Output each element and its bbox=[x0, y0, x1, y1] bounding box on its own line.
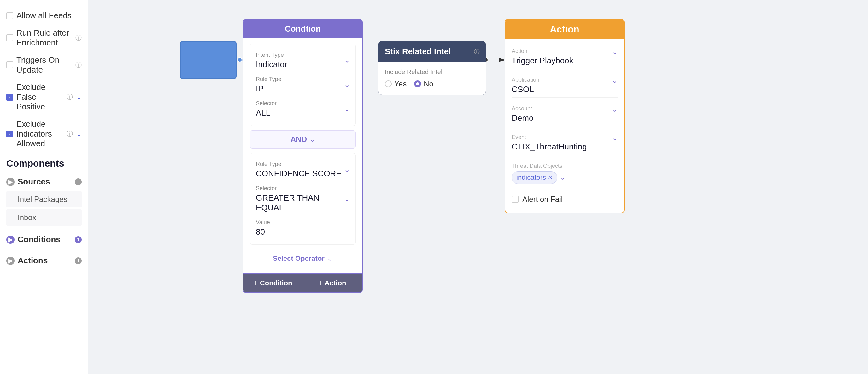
add-condition-button[interactable]: + Condition bbox=[244, 274, 303, 292]
rule-type-chevron[interactable]: ⌄ bbox=[344, 81, 350, 89]
trigger-node[interactable] bbox=[180, 41, 237, 79]
action-application-value: CSOL bbox=[512, 85, 612, 94]
sources-group-header[interactable]: ▶ Sources bbox=[6, 174, 82, 190]
condition-node: Condtion Intent Type Indicator ⌄ Rule Ty… bbox=[243, 19, 363, 293]
sources-badge bbox=[75, 179, 82, 185]
radio-yes[interactable]: Yes bbox=[385, 80, 407, 88]
checkbox-allow-all-feeds[interactable] bbox=[6, 12, 13, 19]
rule-type-2-label: Rule Type bbox=[256, 161, 342, 167]
chevron-exclude-indicators-allowed[interactable]: ⌄ bbox=[76, 130, 82, 138]
stix-node: Stix Related Intel ⓘ Include Related Int… bbox=[378, 41, 486, 95]
selector-label: Selector bbox=[256, 100, 277, 107]
alert-on-fail-checkbox[interactable] bbox=[512, 196, 519, 203]
and-label: AND bbox=[290, 135, 307, 144]
selector-2-chevron[interactable]: ⌄ bbox=[344, 195, 350, 203]
rule-type-2-chevron[interactable]: ⌄ bbox=[344, 165, 350, 174]
stix-info-icon: ⓘ bbox=[474, 48, 479, 56]
condition-header: Condtion bbox=[244, 20, 362, 38]
intent-type-row: Intent Type Indicator ⌄ bbox=[256, 49, 350, 73]
actions-group-header[interactable]: ▶ Actions 1 bbox=[6, 253, 82, 269]
sidebar-triggers-on-update-label: Triggers On Update bbox=[17, 55, 72, 75]
inbox-item[interactable]: Inbox bbox=[6, 209, 82, 226]
rule-type-value: IP bbox=[256, 84, 281, 94]
and-operator[interactable]: AND ⌄ bbox=[250, 130, 356, 149]
action-threat-data-label: Threat Data Objects bbox=[512, 163, 618, 169]
action-application-chevron[interactable]: ⌄ bbox=[612, 76, 618, 85]
stix-header: Stix Related Intel ⓘ bbox=[378, 41, 486, 62]
chevron-exclude-false-positive[interactable]: ⌄ bbox=[76, 93, 82, 101]
sidebar-allow-all-feeds[interactable]: Allow all Feeds bbox=[6, 9, 82, 22]
action-action-chevron[interactable]: ⌄ bbox=[612, 48, 618, 56]
rule-type-2-value: CONFIDENCE SCORE bbox=[256, 169, 342, 179]
action-event-label: Event bbox=[512, 134, 612, 141]
conditions-group-header[interactable]: ▶ Conditions 1 bbox=[6, 231, 82, 248]
stix-body: Include Related Intel Yes No bbox=[378, 62, 486, 95]
value-value: 80 bbox=[256, 227, 270, 237]
and-chevron[interactable]: ⌄ bbox=[309, 135, 315, 144]
value-label: Value bbox=[256, 219, 270, 226]
condition-footer: + Condition + Action bbox=[244, 273, 362, 292]
radio-yes-label: Yes bbox=[394, 80, 407, 88]
sidebar-exclude-false-positive-label: Exclude False Positive bbox=[17, 82, 63, 112]
selector-2-value: GREATER THAN EQUAL bbox=[256, 193, 344, 213]
action-account-chevron[interactable]: ⌄ bbox=[612, 105, 618, 114]
sidebar-allow-all-feeds-label: Allow all Feeds bbox=[17, 11, 71, 21]
component-group-actions: ▶ Actions 1 bbox=[6, 253, 82, 269]
actions-badge: 1 bbox=[75, 257, 82, 264]
components-title: Components bbox=[6, 158, 82, 169]
checkbox-run-rule[interactable] bbox=[6, 34, 13, 41]
action-account-value: Demo bbox=[512, 113, 612, 123]
include-related-intel-label: Include Related Intel bbox=[385, 68, 442, 75]
alert-on-fail-label: Alert on Fail bbox=[522, 195, 563, 204]
radio-no-label: No bbox=[424, 80, 433, 88]
select-operator-chevron[interactable]: ⌄ bbox=[327, 254, 333, 263]
intent-type-chevron[interactable]: ⌄ bbox=[344, 57, 350, 65]
sources-icon: ▶ bbox=[6, 178, 14, 186]
sidebar-run-rule-label: Run Rule after Enrichment bbox=[17, 28, 72, 48]
svg-point-1 bbox=[238, 58, 242, 62]
intel-packages-item[interactable]: Intel Packages bbox=[6, 191, 82, 208]
sidebar-exclude-false-positive[interactable]: ✓ Exclude False Positive ⓘ ⌄ bbox=[6, 81, 82, 113]
stix-title: Stix Related Intel bbox=[385, 47, 451, 57]
radio-yes-circle[interactable] bbox=[385, 81, 392, 87]
selector-chevron[interactable]: ⌄ bbox=[344, 105, 350, 113]
action-body: Action Trigger Playbook ⌄ Application CS… bbox=[505, 39, 624, 213]
action-application-row: Application CSOL ⌄ bbox=[512, 73, 618, 98]
conditions-label: Conditions bbox=[18, 235, 71, 244]
value-row: Value 80 bbox=[256, 216, 350, 240]
add-action-button[interactable]: + Action bbox=[303, 274, 363, 292]
condition-body: Intent Type Indicator ⌄ Rule Type IP ⌄ S… bbox=[244, 38, 362, 273]
select-operator-bar[interactable]: Select Operator ⌄ bbox=[250, 249, 356, 268]
action-account-label: Account bbox=[512, 105, 612, 112]
action-event-chevron[interactable]: ⌄ bbox=[612, 134, 618, 142]
action-threat-data-row: Threat Data Objects indicators ✕ ⌄ bbox=[512, 160, 618, 187]
select-operator-label: Select Operator bbox=[273, 254, 324, 263]
tag-close-button[interactable]: ✕ bbox=[548, 174, 553, 181]
checkbox-triggers-on-update[interactable] bbox=[6, 62, 13, 68]
action-event-value: CTIX_ThreatHunting bbox=[512, 142, 612, 152]
radio-no-circle[interactable] bbox=[414, 81, 421, 87]
action-account-row: Account Demo ⌄ bbox=[512, 102, 618, 126]
sidebar-run-rule[interactable]: Run Rule after Enrichment ⓘ bbox=[6, 27, 82, 49]
sidebar-exclude-indicators-allowed[interactable]: ✓ Exclude Indicators Allowed ⓘ ⌄ bbox=[6, 118, 82, 150]
radio-no[interactable]: No bbox=[414, 80, 433, 88]
component-group-sources: ▶ Sources Intel Packages Inbox bbox=[6, 174, 82, 226]
alert-on-fail-row: Alert on Fail bbox=[512, 192, 618, 207]
action-event-row: Event CTIX_ThreatHunting ⌄ bbox=[512, 131, 618, 155]
actions-label: Actions bbox=[18, 256, 71, 266]
action-action-value: Trigger Playbook bbox=[512, 56, 612, 66]
sidebar-triggers-on-update[interactable]: Triggers On Update ⓘ bbox=[6, 54, 82, 76]
info-icon-exclude-false-positive: ⓘ bbox=[67, 93, 73, 101]
action-application-label: Application bbox=[512, 76, 612, 83]
info-icon-run-rule: ⓘ bbox=[75, 34, 82, 42]
info-icon-triggers-on-update: ⓘ bbox=[75, 61, 82, 69]
threat-data-chevron[interactable]: ⌄ bbox=[560, 174, 565, 182]
tag-label: indicators bbox=[516, 174, 546, 182]
checkbox-exclude-false-positive[interactable]: ✓ bbox=[6, 94, 13, 101]
condition-section-2: Rule Type CONFIDENCE SCORE ⌄ Selector GR… bbox=[250, 153, 356, 245]
radio-group: Yes No bbox=[385, 80, 479, 88]
conditions-badge: 1 bbox=[75, 236, 82, 243]
indicators-tag: indicators ✕ bbox=[512, 171, 557, 184]
checkbox-exclude-indicators-allowed[interactable]: ✓ bbox=[6, 130, 13, 137]
canvas: Condtion Intent Type Indicator ⌄ Rule Ty… bbox=[88, 0, 868, 374]
